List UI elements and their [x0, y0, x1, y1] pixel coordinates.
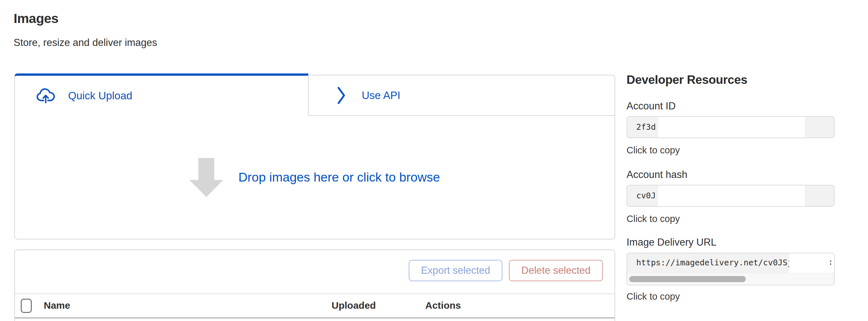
url-trailing-fragment: : — [828, 257, 833, 266]
down-arrow-icon — [189, 158, 223, 197]
account-hash-copy-hint: Click to copy — [626, 214, 680, 224]
account-id-value-box[interactable]: 2f3d — [626, 116, 835, 138]
page-title: Images — [13, 11, 58, 26]
account-hash-label: Account hash — [626, 169, 687, 181]
redaction-patch — [789, 253, 835, 273]
cloud-upload-icon — [36, 87, 55, 104]
table-toolbar: Export selected Delete selected — [409, 260, 603, 281]
column-header-actions: Actions — [425, 300, 461, 311]
developer-resources-panel: Developer Resources Account ID 2f3d Clic… — [626, 73, 835, 321]
developer-resources-title: Developer Resources — [626, 73, 835, 87]
tab-use-api[interactable]: Use API — [309, 75, 615, 116]
delete-selected-button[interactable]: Delete selected — [509, 260, 603, 281]
url-horizontal-scrollbar — [627, 274, 834, 285]
dropzone[interactable]: Drop images here or click to browse — [14, 116, 615, 240]
images-table-panel: Export selected Delete selected Name Upl… — [14, 249, 615, 321]
select-all-checkbox[interactable] — [21, 299, 32, 313]
column-header-name: Name — [44, 300, 70, 311]
tab-quick-upload[interactable]: Quick Upload — [14, 73, 309, 116]
page-subtitle: Store, resize and deliver images — [13, 37, 157, 48]
export-selected-button[interactable]: Export selected — [409, 260, 503, 281]
tab-quick-upload-label: Quick Upload — [68, 90, 132, 102]
account-hash-value-box[interactable]: cv0J — [626, 185, 835, 207]
scrollbar-thumb[interactable] — [629, 276, 746, 282]
upload-tabs: Quick Upload Use API — [14, 73, 615, 116]
column-header-uploaded: Uploaded — [332, 300, 376, 311]
chevron-right-icon — [336, 86, 347, 105]
account-id-label: Account ID — [626, 100, 676, 112]
upload-panel: Quick Upload Use API Drop images here or… — [14, 73, 615, 240]
images-page: Images Store, resize and deliver images … — [0, 0, 868, 321]
image-delivery-url-copy-hint: Click to copy — [626, 291, 680, 302]
table-header-row: Name Uploaded Actions — [15, 294, 615, 317]
redaction-patch — [658, 117, 805, 138]
image-delivery-url-label: Image Delivery URL — [626, 237, 716, 248]
image-delivery-url-value-box[interactable]: https://imagedelivery.net/cv0JSj : — [626, 253, 835, 285]
redaction-patch — [658, 185, 805, 206]
dropzone-label: Drop images here or click to browse — [238, 170, 440, 184]
account-id-copy-hint: Click to copy — [626, 145, 680, 156]
tab-use-api-label: Use API — [362, 89, 400, 102]
header-divider — [15, 317, 615, 318]
